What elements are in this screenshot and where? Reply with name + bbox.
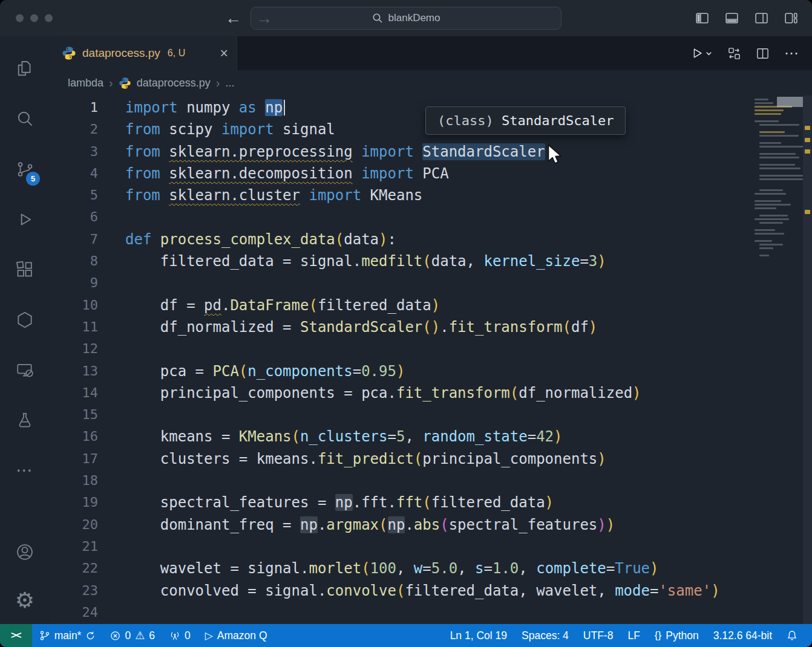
open-changes-icon[interactable] [727, 47, 741, 60]
breadcrumb-symbol[interactable]: ... [225, 77, 234, 89]
code-line[interactable]: filtered_data = signal.medfilt(data, ker… [125, 250, 812, 272]
warning-mark [805, 210, 810, 214]
toggle-panel-icon[interactable] [724, 11, 739, 26]
run-python-file-button[interactable] [690, 47, 713, 60]
toggle-secondary-sidebar-icon[interactable] [754, 11, 769, 26]
run-and-debug-icon[interactable] [0, 194, 50, 244]
accounts-icon[interactable] [0, 527, 50, 577]
code-token: scipy [160, 121, 221, 138]
code-token: : [388, 231, 396, 248]
python-interpreter-status[interactable]: 3.12.6 64-bit [706, 624, 779, 647]
code-line[interactable]: spectral_features = np.fft.fft(filtered_… [125, 492, 812, 513]
search-sidebar-icon[interactable] [0, 94, 50, 144]
editor[interactable]: 123456789101112131415161718192021222324 … [50, 96, 812, 624]
code-token: kernel_size [483, 253, 580, 270]
code-token: ) [711, 582, 719, 599]
amazon-q-status[interactable]: ▷ Amazon Q [198, 624, 275, 647]
encoding-label: UTF-8 [583, 629, 614, 642]
dependency-analytics-icon[interactable] [0, 294, 50, 345]
chevron-right-icon: › [109, 76, 113, 90]
overview-ruler[interactable] [803, 96, 812, 624]
code-token: convolve [326, 582, 396, 599]
code-line[interactable] [125, 338, 812, 360]
minimize-window-button[interactable] [30, 15, 38, 22]
gutter: 123456789101112131415161718192021222324 [50, 96, 125, 624]
code-line[interactable]: df = pd.DataFrame(filtered_data) [125, 294, 812, 316]
code-token: ( [510, 385, 519, 402]
back-icon[interactable]: ← [225, 9, 241, 28]
code-line[interactable]: from sklearn.cluster import KMeans [125, 184, 812, 206]
more-views-icon[interactable]: ⋯ [0, 445, 50, 495]
code-line[interactable]: clusters = kmeans.fit_predict(principal_… [125, 448, 812, 470]
code-token [300, 187, 309, 204]
code-token: import [361, 143, 414, 160]
python-file-icon [119, 77, 131, 89]
language-mode-status[interactable]: {}Python [647, 624, 706, 647]
minimap[interactable] [750, 96, 803, 258]
warning-mark [805, 126, 810, 130]
code-line[interactable] [125, 272, 812, 294]
remote-indicator[interactable]: >< [0, 624, 32, 647]
extensions-icon[interactable] [0, 244, 50, 294]
notifications-status[interactable] [779, 624, 805, 647]
breadcrumb-file[interactable]: dataprocess.py [137, 77, 211, 89]
code-line[interactable]: def process_complex_data(data): [125, 229, 812, 250]
code-lines[interactable]: import numpy as npfrom scipy import sign… [125, 96, 812, 624]
code-token: KMeans [239, 428, 292, 445]
code-token: filtered_data [318, 297, 431, 314]
code-line[interactable]: kmeans = KMeans(n_clusters=5, random_sta… [125, 426, 812, 447]
code-line[interactable]: wavelet = signal.morlet(100, w=5.0, s=1.… [125, 558, 812, 579]
status-bar: >< main* 0 ⚠ 6 0 ▷ Amazon Q Ln 1, Co [0, 624, 812, 647]
problems-status[interactable]: 0 ⚠ 6 [103, 624, 162, 647]
code-line[interactable] [125, 536, 812, 558]
line-number: 1 [50, 97, 125, 119]
code-token: from [125, 121, 160, 138]
code-line[interactable]: dominant_freq = np.argmax(np.abs(spectra… [125, 514, 812, 536]
toggle-primary-sidebar-icon[interactable] [695, 11, 710, 26]
text-cursor [284, 100, 285, 115]
testing-flask-icon[interactable] [0, 395, 50, 445]
scrollbar-slider[interactable] [803, 96, 812, 624]
zoom-window-button[interactable] [45, 15, 53, 22]
code-line[interactable] [125, 404, 812, 426]
encoding-status[interactable]: UTF-8 [576, 624, 621, 647]
code-line[interactable]: principal_components = pca.fit_transform… [125, 382, 812, 404]
source-control-icon[interactable]: 5 [0, 144, 50, 194]
code-line[interactable]: pca = PCA(n_components=0.95) [125, 360, 812, 382]
close-tab-icon[interactable]: × [220, 47, 228, 60]
cursor-position-status[interactable]: Ln 1, Col 19 [443, 624, 514, 647]
tab-dataprocess[interactable]: dataprocess.py 6, U × [50, 36, 237, 70]
code-token: ) [650, 560, 658, 577]
code-line[interactable]: df_normalized = StandardScaler().fit_tra… [125, 316, 812, 338]
code-line[interactable] [125, 470, 812, 492]
code-line[interactable]: from sklearn.decomposition import PCA [125, 163, 812, 184]
code-line[interactable] [125, 206, 812, 228]
explorer-icon[interactable] [0, 44, 50, 94]
command-center-search[interactable]: blankDemo [250, 7, 562, 30]
code-token: np [388, 516, 405, 533]
code-token: 100 [370, 560, 396, 577]
window-controls[interactable] [16, 15, 53, 22]
split-editor-icon[interactable] [756, 47, 770, 60]
close-window-button[interactable] [16, 15, 24, 22]
code-line[interactable] [125, 602, 812, 623]
amazon-q-icon: ▷ [205, 629, 213, 642]
code-line[interactable]: from sklearn.preprocessing import Standa… [125, 141, 812, 163]
code-token: morlet [309, 560, 361, 577]
more-actions-icon[interactable]: ⋯ [784, 45, 799, 62]
code-token: ( [440, 516, 448, 533]
branch-status[interactable]: main* [32, 624, 103, 647]
remote-explorer-icon[interactable] [0, 345, 50, 395]
customize-layout-icon[interactable] [784, 11, 799, 26]
code-token: dominant_freq = [125, 516, 300, 533]
forward-icon[interactable]: → [256, 9, 272, 28]
code-token: 5.0 [431, 560, 457, 577]
code-token: . [221, 297, 230, 314]
ports-status[interactable]: 0 [162, 624, 198, 647]
indentation-status[interactable]: Spaces: 4 [514, 624, 576, 647]
code-token: 0.95 [361, 363, 396, 380]
code-line[interactable]: convolved = signal.convolve(filtered_dat… [125, 580, 812, 602]
settings-gear-icon[interactable]: ⚙ [0, 577, 50, 624]
eol-status[interactable]: LF [620, 624, 647, 647]
breadcrumb-folder[interactable]: lambda [68, 77, 103, 89]
